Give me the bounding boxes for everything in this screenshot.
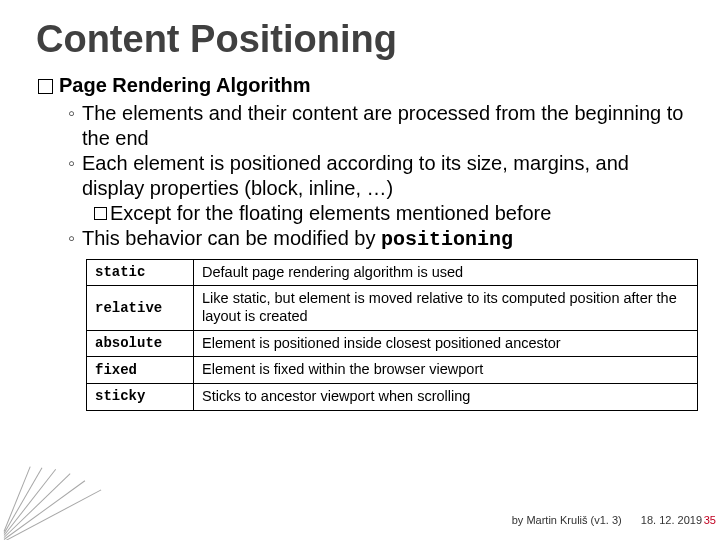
table-key: fixed: [87, 357, 194, 384]
table-desc: Like static, but element is moved relati…: [194, 286, 698, 330]
list-item: ◦ This behavior can be modified by posit…: [68, 226, 692, 252]
footer-author: by Martin Kruliš (v1. 3): [512, 514, 622, 526]
positioning-table: static Default page rendering algorithm …: [86, 259, 698, 411]
footer-date: 18. 12. 2019: [641, 514, 702, 526]
table-key: sticky: [87, 384, 194, 411]
table-desc: Element is fixed within the browser view…: [194, 357, 698, 384]
table-key: absolute: [87, 330, 194, 357]
page-number: 35: [698, 514, 716, 526]
slide-body: Page Rendering Algorithm ◦ The elements …: [38, 73, 692, 411]
heading-row: Page Rendering Algorithm: [38, 73, 692, 97]
circle-bullet-icon: ◦: [68, 101, 82, 150]
list-item: ◦ Each element is positioned according t…: [68, 151, 692, 200]
bullet-text: The elements and their content are proce…: [82, 101, 692, 150]
circle-bullet-icon: ◦: [68, 226, 82, 252]
table-key: relative: [87, 286, 194, 330]
table-desc: Element is positioned inside closest pos…: [194, 330, 698, 357]
circle-bullet-icon: ◦: [68, 151, 82, 200]
square-bullet-icon: [94, 207, 107, 220]
sub-bullet-text: Except for the floating elements mention…: [110, 201, 551, 225]
list-sub-item: Except for the floating elements mention…: [94, 201, 692, 225]
list-item: ◦ The elements and their content are pro…: [68, 101, 692, 150]
table-row: fixed Element is fixed within the browse…: [87, 357, 698, 384]
code-positioning: positioning: [381, 228, 513, 251]
bullet-list: ◦ The elements and their content are pro…: [68, 101, 692, 252]
table-row: absolute Element is positioned inside cl…: [87, 330, 698, 357]
bullet-text: Each element is positioned according to …: [82, 151, 692, 200]
square-bullet-icon: [38, 79, 53, 94]
bullet-modify-pre: This behavior can be modified by: [82, 227, 381, 249]
bullet-text: This behavior can be modified by positio…: [82, 226, 513, 252]
table-desc: Default page rendering algorithm is used: [194, 259, 698, 286]
table-row: static Default page rendering algorithm …: [87, 259, 698, 286]
table-row: sticky Sticks to ancestor viewport when …: [87, 384, 698, 411]
slide-title: Content Positioning: [36, 18, 720, 61]
table-row: relative Like static, but element is mov…: [87, 286, 698, 330]
footer: by Martin Kruliš (v1. 3) 18. 12. 2019: [512, 514, 702, 526]
table-desc: Sticks to ancestor viewport when scrolli…: [194, 384, 698, 411]
table-key: static: [87, 259, 194, 286]
heading-text: Page Rendering Algorithm: [59, 73, 311, 97]
